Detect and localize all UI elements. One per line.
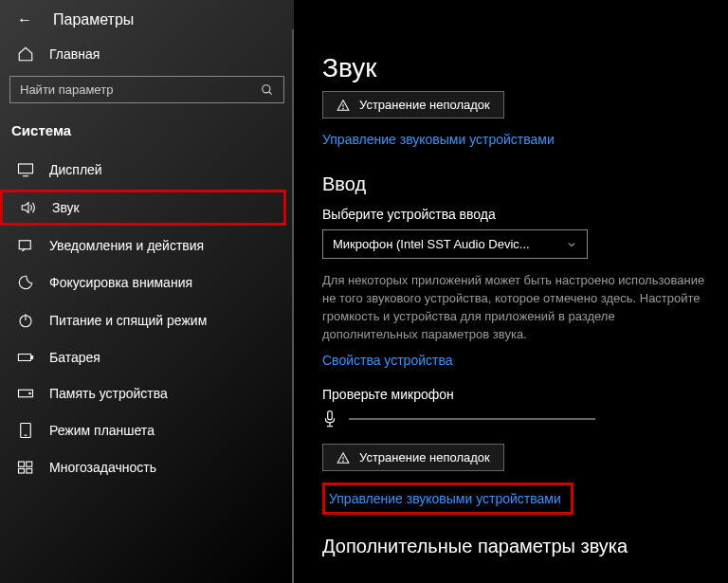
- svg-rect-4: [19, 241, 30, 249]
- svg-point-23: [343, 461, 344, 462]
- sidebar-item-storage[interactable]: Память устройства: [0, 375, 294, 411]
- svg-rect-2: [19, 164, 33, 173]
- window-title: Параметры: [53, 11, 134, 28]
- input-label: Выберите устройства ввода: [322, 207, 707, 222]
- sidebar-item-power[interactable]: Питание и спящий режим: [0, 301, 294, 339]
- notifications-icon: [17, 238, 34, 253]
- extra-heading: Дополнительные параметры звука: [322, 536, 707, 557]
- sidebar-label: Память устройства: [49, 386, 168, 401]
- sidebar-label: Звук: [52, 200, 80, 215]
- sidebar-label: Дисплей: [49, 162, 102, 177]
- svg-point-18: [343, 108, 344, 109]
- input-heading: Ввод: [322, 173, 707, 195]
- warning-icon: [337, 99, 350, 112]
- sidebar-label: Режим планшета: [49, 423, 155, 438]
- sidebar-home[interactable]: Главная: [0, 36, 294, 76]
- sound-icon: [20, 200, 37, 215]
- search-input[interactable]: [20, 82, 261, 97]
- device-properties-link[interactable]: Свойства устройства: [322, 353, 707, 368]
- svg-rect-13: [19, 462, 25, 466]
- svg-point-0: [263, 84, 270, 92]
- sidebar-item-notifications[interactable]: Уведомления и действия: [0, 228, 294, 264]
- svg-rect-7: [18, 355, 30, 361]
- home-icon: [17, 46, 34, 63]
- troubleshoot-button-2[interactable]: Устранение неполадок: [322, 444, 504, 471]
- page-title: Звук: [322, 53, 707, 83]
- sidebar-item-sound[interactable]: Звук: [0, 190, 286, 226]
- svg-rect-16: [27, 469, 32, 474]
- sidebar-label: Питание и спящий режим: [49, 313, 207, 328]
- input-device-select[interactable]: Микрофон (Intel SST Audio Devic...: [322, 229, 588, 259]
- svg-rect-19: [328, 411, 333, 420]
- svg-point-10: [29, 392, 31, 394]
- sidebar-label: Многозадачность: [49, 460, 156, 475]
- sidebar-item-display[interactable]: Дисплей: [0, 152, 294, 188]
- sidebar-label: Уведомления и действия: [49, 238, 204, 253]
- button-label: Устранение неполадок: [359, 98, 490, 112]
- svg-rect-14: [27, 462, 32, 466]
- search-box[interactable]: [9, 76, 284, 103]
- tablet-icon: [17, 422, 34, 439]
- back-icon[interactable]: ←: [17, 11, 32, 28]
- sidebar-item-multitask[interactable]: Многозадачность: [0, 449, 294, 485]
- power-icon: [17, 312, 34, 329]
- svg-line-1: [269, 91, 272, 94]
- storage-icon: [17, 387, 34, 400]
- select-value: Микрофон (Intel SST Audio Devic...: [333, 237, 530, 251]
- sidebar-item-tablet[interactable]: Режим планшета: [0, 411, 294, 449]
- sidebar-label: Батарея: [49, 350, 100, 365]
- mic-level-bar: [349, 418, 595, 420]
- chevron-down-icon: [566, 239, 577, 250]
- section-header: Система: [0, 117, 294, 152]
- search-icon: [261, 83, 274, 97]
- troubleshoot-button[interactable]: Устранение неполадок: [322, 91, 504, 118]
- test-mic-label: Проверьте микрофон: [322, 387, 707, 402]
- battery-icon: [17, 351, 34, 364]
- multitask-icon: [17, 460, 34, 475]
- button-label: Устранение неполадок: [359, 450, 490, 465]
- home-label: Главная: [49, 46, 100, 62]
- warning-icon: [337, 451, 350, 465]
- sidebar-label: Фокусировка внимания: [49, 275, 192, 290]
- input-description: Для некоторых приложений может быть наст…: [322, 272, 707, 343]
- mic-icon: [322, 410, 337, 428]
- svg-rect-15: [19, 469, 25, 474]
- display-icon: [17, 162, 34, 177]
- manage-devices-link-2[interactable]: Управление звуковыми устройствами: [322, 483, 573, 515]
- manage-devices-link[interactable]: Управление звуковыми устройствами: [322, 132, 707, 147]
- focus-icon: [17, 274, 34, 291]
- sidebar-item-battery[interactable]: Батарея: [0, 339, 294, 375]
- svg-rect-8: [31, 356, 32, 359]
- sidebar-item-focus[interactable]: Фокусировка внимания: [0, 264, 294, 301]
